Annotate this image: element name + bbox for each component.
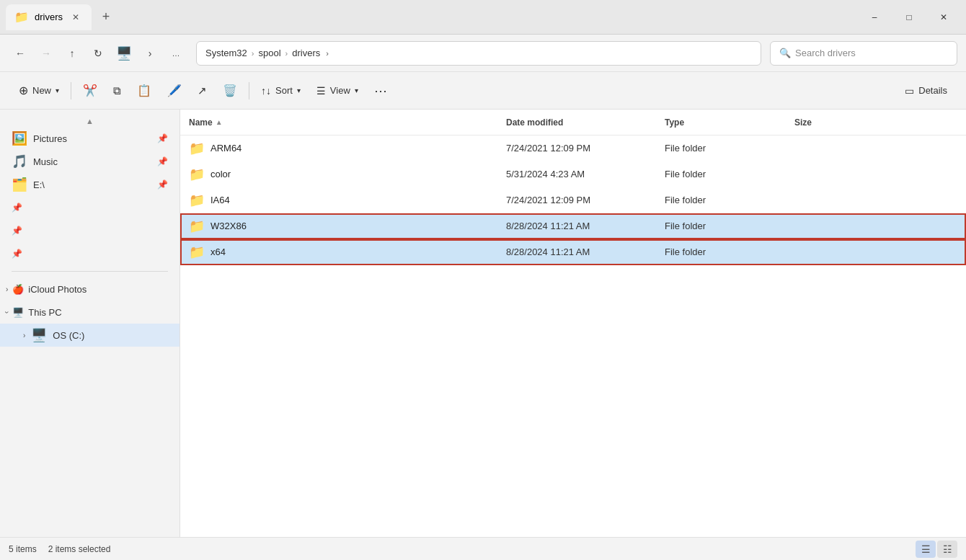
file-name-cell: 📁 ARM64 (189, 141, 506, 156)
details-button[interactable]: ▭ Details (898, 81, 954, 100)
cut-button[interactable]: ✂️ (76, 80, 105, 101)
forward-button[interactable]: → (35, 42, 58, 65)
expand-path-button[interactable]: › (138, 42, 161, 65)
sidebar-item-blank-1[interactable]: 📌 (0, 196, 180, 219)
details-icon: ▭ (905, 85, 914, 97)
active-tab[interactable]: 📁 drivers ✕ (6, 4, 92, 30)
tab-folder-icon: 📁 (14, 10, 29, 24)
breadcrumb-sep-1: › (252, 49, 254, 58)
title-bar: 📁 drivers ✕ + – □ ✕ (0, 0, 966, 35)
sidebar-group-icloud[interactable]: › 🍎 iCloud Photos (0, 277, 180, 301)
table-row[interactable]: 📁 IA64 7/24/2021 12:09 PM File folder (180, 187, 966, 213)
sort-button[interactable]: ↑↓ Sort ▾ (254, 81, 308, 100)
more-locations-button[interactable]: … (164, 42, 187, 65)
sidebar-item-osc[interactable]: › 🖥️ OS (C:) (0, 324, 180, 347)
view-icon: ☰ (316, 85, 326, 97)
cut-icon: ✂️ (83, 84, 97, 97)
more-options-button[interactable]: ⋯ (367, 79, 395, 102)
file-date-cell: 8/28/2024 11:21 AM (506, 246, 665, 257)
paste-button[interactable]: 📋 (130, 80, 159, 101)
folder-icon: 📁 (189, 141, 205, 156)
back-button[interactable]: ← (9, 42, 32, 65)
location-icon[interactable]: 🖥️ (112, 42, 136, 65)
breadcrumb-end-caret: › (326, 49, 329, 58)
header-size[interactable]: Size (794, 117, 957, 128)
close-button[interactable]: ✕ (927, 4, 960, 30)
sidebar-item-label-music: Music (33, 156, 58, 167)
refresh-button[interactable]: ↻ (87, 42, 110, 65)
sidebar-item-pictures[interactable]: 🖼️ Pictures 📌 (0, 127, 180, 150)
file-name-cell: 📁 IA64 (189, 192, 506, 208)
search-bar[interactable]: 🔍 Search drivers (770, 41, 957, 66)
file-name-text: W32X86 (211, 221, 247, 231)
copy-icon: ⧉ (113, 84, 121, 97)
share-button[interactable]: ↗ (190, 81, 214, 101)
view-button[interactable]: ☰ View ▾ (309, 81, 365, 100)
file-list-header: Name ▲ Date modified Type Size (180, 110, 966, 135)
folder-icon: 📁 (189, 192, 205, 208)
address-bar[interactable]: System32 › spool › drivers › (196, 41, 761, 66)
thispc-chevron: › (3, 311, 11, 313)
copy-button[interactable]: ⧉ (106, 81, 128, 101)
osc-icon: 🖥️ (31, 327, 47, 343)
folder-icon: 📁 (189, 166, 205, 182)
sidebar: ▲ 🖼️ Pictures 📌 🎵 Music 📌 🗂️ E:\ 📌 📌 📌 📌 (0, 110, 180, 537)
folder-icon: 📁 (189, 244, 205, 260)
sidebar-item-blank-2[interactable]: 📌 (0, 219, 180, 242)
up-button[interactable]: ↑ (61, 42, 84, 65)
file-name-text: color (211, 169, 231, 179)
sidebar-item-edrive[interactable]: 🗂️ E:\ 📌 (0, 173, 180, 196)
new-button[interactable]: ⊕ New ▾ (12, 80, 66, 101)
header-name[interactable]: Name ▲ (189, 117, 506, 128)
file-type-cell: File folder (665, 143, 794, 154)
toolbar: ⊕ New ▾ ✂️ ⧉ 📋 🖊️ ↗ 🗑️ ↑↓ Sort ▾ ☰ View … (0, 72, 966, 110)
rename-icon: 🖊️ (167, 84, 182, 97)
main-layout: ▲ 🖼️ Pictures 📌 🎵 Music 📌 🗂️ E:\ 📌 📌 📌 📌 (0, 110, 966, 537)
pin-icon-blank-3: 📌 (12, 249, 22, 259)
view-toggle-group: ☰ ☷ (916, 541, 957, 558)
breadcrumb-spool[interactable]: spool (258, 48, 280, 58)
new-dropdown-icon: ▾ (56, 86, 59, 94)
sidebar-item-label-edrive: E:\ (33, 179, 45, 190)
more-icon: ⋯ (374, 83, 388, 99)
sort-icon: ↑↓ (261, 85, 271, 97)
folder-icon: 📁 (189, 218, 205, 234)
file-date-cell: 8/28/2024 11:21 AM (506, 221, 665, 231)
table-row[interactable]: 📁 ARM64 7/24/2021 12:09 PM File folder (180, 135, 966, 161)
icloud-icon: 🍎 (12, 284, 24, 295)
sidebar-item-label-pictures: Pictures (33, 133, 67, 144)
pin-icon-edrive: 📌 (157, 179, 168, 190)
icloud-chevron: › (6, 285, 8, 293)
new-tab-button[interactable]: + (94, 6, 118, 29)
share-icon: ↗ (198, 84, 207, 97)
maximize-button[interactable]: □ (892, 4, 926, 30)
details-view-button[interactable]: ☷ (937, 541, 957, 558)
file-list-container[interactable]: Name ▲ Date modified Type Size 📁 ARM64 7… (180, 110, 966, 537)
list-view-button[interactable]: ☰ (916, 541, 936, 558)
nav-bar: ← → ↑ ↻ 🖥️ › … System32 › spool › driver… (0, 35, 966, 72)
tab-close-button[interactable]: ✕ (68, 10, 83, 25)
paste-icon: 📋 (137, 84, 151, 97)
header-type[interactable]: Type (665, 117, 794, 128)
table-row[interactable]: 📁 W32X86 8/28/2024 11:21 AM File folder (180, 213, 966, 239)
minimize-button[interactable]: – (858, 4, 891, 30)
breadcrumb-system32[interactable]: System32 (205, 48, 247, 58)
delete-button[interactable]: 🗑️ (216, 80, 244, 101)
table-row[interactable]: 📁 color 5/31/2024 4:23 AM File folder (180, 161, 966, 187)
view-dropdown-icon: ▾ (355, 86, 358, 94)
file-name-cell: 📁 color (189, 166, 506, 182)
file-date-cell: 7/24/2021 12:09 PM (506, 143, 665, 154)
sidebar-item-music[interactable]: 🎵 Music 📌 (0, 150, 180, 173)
status-bar: 5 items 2 items selected ☰ ☷ (0, 537, 966, 560)
rename-button[interactable]: 🖊️ (160, 80, 189, 101)
sidebar-item-label-osc: OS (C:) (53, 330, 84, 341)
sidebar-item-label-icloud: iCloud Photos (28, 284, 87, 295)
window-controls: – □ ✕ (858, 4, 960, 30)
sidebar-item-blank-3[interactable]: 📌 (0, 242, 180, 265)
sidebar-group-thispc[interactable]: › 🖥️ This PC (0, 301, 180, 324)
tab-title: drivers (35, 12, 63, 22)
file-rows: 📁 ARM64 7/24/2021 12:09 PM File folder 📁… (180, 135, 966, 265)
breadcrumb-drivers[interactable]: drivers (292, 48, 320, 58)
table-row[interactable]: 📁 x64 8/28/2024 11:21 AM File folder (180, 239, 966, 265)
header-date[interactable]: Date modified (506, 117, 665, 128)
